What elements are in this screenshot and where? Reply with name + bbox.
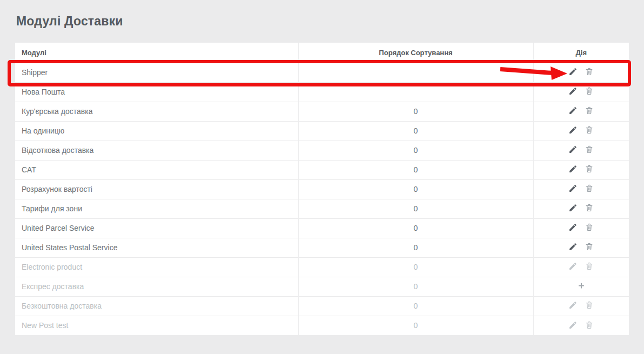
trash-icon[interactable] (585, 242, 594, 252)
module-name: Electronic product (15, 257, 298, 277)
sort-order-value: 0 (298, 121, 533, 141)
table-row: United Parcel Service 0 (15, 218, 629, 238)
trash-icon[interactable] (585, 67, 594, 77)
row-actions (568, 203, 594, 213)
row-actions (568, 184, 594, 193)
sort-order-value (298, 82, 533, 102)
table-row: Electronic product 0 (15, 257, 629, 277)
sort-order-value: 0 (298, 141, 533, 160)
table-row: Нова Пошта (15, 82, 629, 102)
row-actions (568, 262, 594, 271)
sort-order-value: 0 (298, 102, 533, 121)
table-row: United States Postal Service 0 (15, 238, 629, 257)
module-name: Кур'єрська доставка (15, 102, 298, 121)
trash-icon[interactable] (585, 203, 594, 213)
pencil-icon[interactable] (568, 86, 578, 96)
module-name: На одиницю (15, 121, 298, 141)
pencil-icon[interactable] (568, 300, 578, 310)
trash-icon[interactable] (585, 86, 594, 96)
table-header-row: Модулі Порядок Сортування Дія (15, 43, 629, 63)
module-name: Shipper (15, 63, 298, 82)
row-actions (568, 223, 594, 232)
row-actions (568, 320, 594, 330)
column-header-modules: Модулі (15, 43, 298, 63)
sort-order-value (298, 63, 533, 82)
sort-order-value: 0 (298, 238, 533, 257)
row-actions (568, 164, 594, 174)
table-row: Тарифи для зони 0 (15, 199, 629, 218)
trash-icon[interactable] (585, 300, 594, 310)
trash-icon[interactable] (585, 223, 594, 232)
pencil-icon[interactable] (568, 223, 578, 232)
table-row: Shipper (15, 63, 629, 82)
table-row: Відсоткова доставка 0 (15, 141, 629, 160)
pencil-icon[interactable] (568, 106, 578, 116)
pencil-icon[interactable] (568, 145, 578, 155)
row-actions (568, 300, 594, 310)
table-row: Експрес доставка 0 (15, 277, 629, 296)
column-header-sort-order: Порядок Сортування (298, 43, 533, 63)
row-actions (568, 125, 594, 135)
trash-icon[interactable] (585, 262, 594, 271)
table-row: CAT 0 (15, 160, 629, 179)
row-actions (568, 145, 594, 155)
trash-icon[interactable] (585, 320, 594, 330)
module-name: United States Postal Service (15, 238, 298, 257)
pencil-icon[interactable] (568, 184, 578, 193)
table-row: New Post test 0 (15, 316, 629, 335)
module-name: CAT (15, 160, 298, 179)
sort-order-value: 0 (298, 296, 533, 316)
module-name: New Post test (15, 316, 298, 335)
trash-icon[interactable] (585, 125, 594, 135)
module-name: Тарифи для зони (15, 199, 298, 218)
page-title: Модулі Доставки (16, 14, 629, 29)
sort-order-value: 0 (298, 218, 533, 238)
trash-icon[interactable] (585, 184, 594, 193)
row-actions (568, 106, 594, 116)
pencil-icon[interactable] (568, 242, 578, 252)
pencil-icon[interactable] (568, 320, 578, 330)
module-name: Відсоткова доставка (15, 141, 298, 160)
sort-order-value: 0 (298, 257, 533, 277)
module-name: Експрес доставка (15, 277, 298, 296)
pencil-icon[interactable] (568, 125, 578, 135)
pencil-icon[interactable] (568, 203, 578, 213)
module-name: Нова Пошта (15, 82, 298, 102)
table-row: На одиницю 0 (15, 121, 629, 141)
row-actions (576, 280, 586, 290)
sort-order-value: 0 (298, 316, 533, 335)
plus-icon[interactable] (576, 280, 586, 290)
pencil-icon[interactable] (568, 164, 578, 174)
sort-order-value: 0 (298, 179, 533, 199)
shipping-modules-table: Модулі Порядок Сортування Дія Shipper Но… (15, 43, 629, 335)
trash-icon[interactable] (585, 164, 594, 174)
sort-order-value: 0 (298, 160, 533, 179)
table-row: Кур'єрська доставка 0 (15, 102, 629, 121)
row-actions (568, 86, 594, 96)
module-name: United Parcel Service (15, 218, 298, 238)
row-actions (568, 67, 594, 77)
column-header-action: Дія (533, 43, 629, 63)
sort-order-value: 0 (298, 199, 533, 218)
module-name: Розрахунок вартості (15, 179, 298, 199)
shipping-modules-page: Модулі Доставки Модулі Порядок Сортуванн… (0, 0, 644, 335)
row-actions (568, 242, 594, 252)
trash-icon[interactable] (585, 106, 594, 116)
module-name: Безкоштовна доставка (15, 296, 298, 316)
pencil-icon[interactable] (568, 67, 578, 77)
table-row: Безкоштовна доставка 0 (15, 296, 629, 316)
trash-icon[interactable] (585, 145, 594, 155)
sort-order-value: 0 (298, 277, 533, 296)
pencil-icon[interactable] (568, 262, 578, 271)
table-row: Розрахунок вартості 0 (15, 179, 629, 199)
